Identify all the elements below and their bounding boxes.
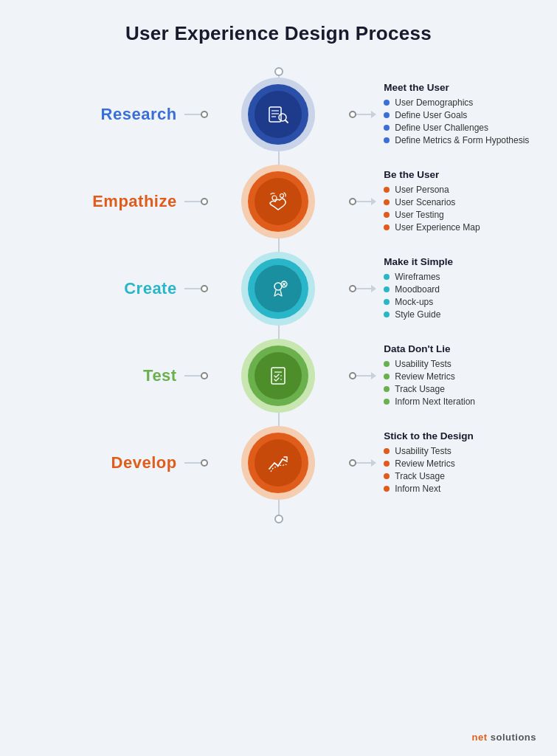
arrow-head-empathize xyxy=(371,198,376,205)
connector-dot-left-test xyxy=(201,372,208,379)
brand-prefix: net xyxy=(472,732,488,743)
list-item: Style Guide xyxy=(384,309,542,320)
connector-right-empathize xyxy=(349,198,376,205)
list-item-text: Inform Next Iteration xyxy=(395,396,475,407)
arrow-head-test xyxy=(371,372,376,379)
arrow-line-research xyxy=(356,114,371,115)
arrow-line-develop xyxy=(356,462,371,464)
list-item-text: Review Metrics xyxy=(395,458,454,469)
step-row-research: Research xyxy=(15,78,542,151)
list-item-text: User Scenarios xyxy=(395,197,455,207)
page-title: User Experience Design Process xyxy=(15,22,542,45)
inner-circle-empathize xyxy=(255,178,302,225)
bullet-dot xyxy=(384,386,390,392)
list-item-text: Review Metrics xyxy=(395,371,454,382)
inner-circle-test xyxy=(255,352,302,399)
info-title-research: Meet the User xyxy=(384,82,542,93)
inner-circle-create xyxy=(255,265,302,312)
info-list-empathize: User Persona User Scenarios User Testing xyxy=(384,185,542,233)
mid-ring-research xyxy=(248,84,308,145)
connector-line-left-develop xyxy=(184,462,201,464)
list-item-text: User Experience Map xyxy=(395,222,480,233)
bullet-dot xyxy=(384,212,390,218)
step-row-empathize: Empathize xyxy=(15,165,542,238)
arrow-line-test xyxy=(356,375,371,377)
info-title-create: Make it Simple xyxy=(384,256,542,267)
bullet-dot xyxy=(384,361,390,367)
outer-ring-create xyxy=(241,252,315,326)
connector-dot-right-develop xyxy=(349,459,356,467)
list-item: Track Usage xyxy=(384,471,542,481)
step-row-test: Test xyxy=(15,339,542,413)
list-item-text: Inform Next xyxy=(395,484,440,494)
list-item-text: Style Guide xyxy=(395,309,440,320)
list-item-text: Define User Goals xyxy=(395,110,467,120)
bullet-dot xyxy=(384,448,390,454)
list-item: User Persona xyxy=(384,185,542,195)
bullet-dot xyxy=(384,137,390,143)
list-item-text: User Demographics xyxy=(395,97,473,108)
mid-ring-create xyxy=(248,258,308,319)
mid-ring-develop xyxy=(248,433,308,493)
connector-dot-left-empathize xyxy=(201,198,208,205)
step-info-side-develop: Stick to the Design Usability Tests Revi… xyxy=(342,430,542,496)
bullet-dot xyxy=(384,112,390,118)
svg-line-5 xyxy=(286,120,288,123)
bullet-dot xyxy=(384,224,390,230)
list-item-text: Track Usage xyxy=(395,471,445,481)
info-list-research: User Demographics Define User Goals Defi… xyxy=(384,97,542,145)
step-circle-research xyxy=(215,78,342,151)
bullet-dot xyxy=(384,187,390,193)
connector-line-left-empathize xyxy=(184,201,201,202)
svg-point-6 xyxy=(272,196,277,200)
connector-dot-right-research xyxy=(349,111,356,118)
connector-line-left-create xyxy=(184,288,201,289)
list-item: Usability Tests xyxy=(384,359,542,369)
connector-line-left-research xyxy=(184,114,201,115)
list-item: Moodboard xyxy=(384,284,542,295)
step-info-side-create: Make it Simple Wireframes Moodboard xyxy=(342,256,542,322)
bullet-dot xyxy=(384,312,390,317)
step-info-box-empathize: Be the User User Persona User Scenarios xyxy=(384,169,542,235)
list-item: User Demographics xyxy=(384,97,542,108)
step-circle-create xyxy=(215,252,342,326)
list-item: User Testing xyxy=(384,210,542,220)
arrow-line-empathize xyxy=(356,201,371,202)
connector-dot-left-develop xyxy=(201,459,208,467)
list-item: Wireframes xyxy=(384,272,542,282)
step-info-box-create: Make it Simple Wireframes Moodboard xyxy=(384,256,542,322)
bullet-dot xyxy=(384,299,390,305)
connector-line-left-test xyxy=(184,375,201,377)
info-title-develop: Stick to the Design xyxy=(384,430,542,441)
inner-circle-research xyxy=(255,91,302,138)
outer-ring-test xyxy=(241,339,315,413)
step-info-box-research: Meet the User User Demographics Define U… xyxy=(384,82,542,148)
step-row-create: Create xyxy=(15,252,542,326)
list-item-text: Wireframes xyxy=(395,272,440,282)
connector-right-test xyxy=(349,372,376,379)
connector-left-create xyxy=(184,285,208,292)
step-info-side-empathize: Be the User User Persona User Scenarios xyxy=(342,169,542,235)
step-info-box-test: Data Don't Lie Usability Tests Review Me… xyxy=(384,343,542,409)
arrow-head-develop xyxy=(371,459,376,467)
mid-ring-empathize xyxy=(248,171,308,232)
step-circle-develop xyxy=(215,426,342,500)
info-list-develop: Usability Tests Review Metrics Track Usa… xyxy=(384,446,542,494)
list-item-text: User Testing xyxy=(395,210,443,220)
bullet-dot xyxy=(384,100,390,106)
list-item-text: User Persona xyxy=(395,185,449,195)
connector-left-test xyxy=(184,372,208,379)
step-info-box-develop: Stick to the Design Usability Tests Revi… xyxy=(384,430,542,496)
info-list-test: Usability Tests Review Metrics Track Usa… xyxy=(384,359,542,407)
step-label-side-create: Create xyxy=(15,279,215,298)
connector-dot-right-empathize xyxy=(349,198,356,205)
info-list-create: Wireframes Moodboard Mock-ups xyxy=(384,272,542,320)
list-item: Define User Challenges xyxy=(384,123,542,133)
list-item-text: Define User Challenges xyxy=(395,123,488,133)
step-label-research: Research xyxy=(101,105,177,124)
list-item: Define Metrics & Form Hypothesis xyxy=(384,135,542,145)
step-label-create: Create xyxy=(124,279,176,298)
list-item: Define User Goals xyxy=(384,110,542,120)
connector-right-develop xyxy=(349,459,376,467)
step-label-side-test: Test xyxy=(15,366,215,385)
